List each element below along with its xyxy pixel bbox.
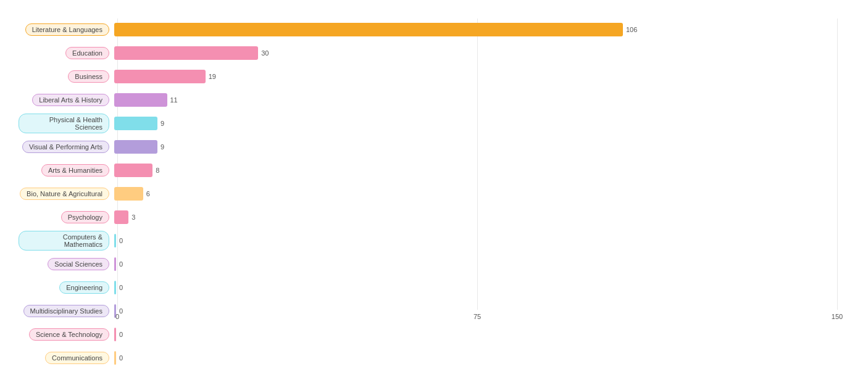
- bar-track: 0: [114, 257, 849, 271]
- bar-label: Computers & Mathematics: [19, 231, 114, 251]
- bar-value: 9: [161, 143, 164, 151]
- bar-label: Communications: [19, 352, 114, 364]
- bar-value: 0: [119, 331, 123, 338]
- bar-fill: 0: [114, 328, 116, 341]
- bar-label: Liberal Arts & History: [19, 94, 114, 106]
- bar-row: Science & Technology0: [19, 323, 849, 346]
- bar-track: 0: [114, 234, 849, 247]
- label-pill: Visual & Performing Arts: [22, 141, 109, 153]
- bar-value: 9: [161, 120, 164, 127]
- bar-label: Physical & Health Sciences: [19, 114, 114, 133]
- bar-value: 0: [119, 260, 123, 268]
- x-axis-label: 150: [832, 313, 843, 320]
- bar-track: 6: [114, 187, 849, 201]
- bar-track: 9: [114, 117, 849, 130]
- bar-label: Bio, Nature & Agricultural: [19, 188, 114, 200]
- bar-label: Multidisciplinary Studies: [19, 305, 114, 317]
- label-pill: Psychology: [61, 211, 109, 223]
- bar-fill: 9: [114, 140, 157, 154]
- bar-value: 0: [119, 237, 123, 244]
- bar-track: 19: [114, 70, 849, 83]
- label-pill: Social Sciences: [48, 258, 109, 270]
- bar-row: Arts & Humanities8: [19, 159, 849, 181]
- bar-fill: 0: [114, 351, 116, 365]
- bar-fill: 0: [114, 257, 116, 271]
- bar-label: Business: [19, 70, 114, 83]
- bar-fill: 19: [114, 70, 206, 83]
- label-pill: Science & Technology: [29, 328, 109, 341]
- bar-row: Literature & Languages106: [19, 19, 849, 41]
- bar-row: Physical & Health Sciences9: [19, 112, 849, 135]
- bar-label: Psychology: [19, 211, 114, 223]
- label-pill: Engineering: [59, 281, 109, 294]
- bar-row: Psychology3: [19, 206, 849, 228]
- label-pill: Liberal Arts & History: [32, 94, 109, 106]
- bar-label: Arts & Humanities: [19, 164, 114, 176]
- bar-label: Social Sciences: [19, 258, 114, 270]
- bar-value: 6: [146, 190, 150, 197]
- label-pill: Multidisciplinary Studies: [23, 305, 109, 317]
- bar-value: 106: [626, 26, 637, 33]
- bar-value: 11: [170, 96, 178, 104]
- bar-row: Engineering0: [19, 276, 849, 299]
- label-pill: Physical & Health Sciences: [19, 114, 109, 133]
- bar-value: 3: [131, 214, 135, 221]
- bar-track: 11: [114, 93, 849, 107]
- label-pill: Bio, Nature & Agricultural: [20, 188, 109, 200]
- bar-fill: 3: [114, 210, 128, 224]
- bar-track: 8: [114, 164, 849, 177]
- x-axis: 075150: [117, 313, 837, 325]
- bar-row: Computers & Mathematics0: [19, 230, 849, 252]
- bar-row: Visual & Performing Arts9: [19, 136, 849, 158]
- bar-fill: 106: [114, 23, 623, 36]
- bar-label: Visual & Performing Arts: [19, 141, 114, 153]
- label-pill: Literature & Languages: [25, 23, 109, 36]
- bar-label: Science & Technology: [19, 328, 114, 341]
- label-pill: Education: [65, 47, 109, 59]
- bar-value: 8: [156, 167, 159, 174]
- bar-fill: 30: [114, 46, 258, 60]
- bar-track: 3: [114, 210, 849, 224]
- bar-row: Business19: [19, 65, 849, 88]
- bar-track: 0: [114, 281, 849, 294]
- bar-label: Literature & Languages: [19, 23, 114, 36]
- bar-track: 30: [114, 46, 849, 60]
- bar-row: Communications0: [19, 347, 849, 369]
- label-pill: Computers & Mathematics: [19, 231, 109, 251]
- bar-track: 9: [114, 140, 849, 154]
- x-axis-label: 0: [115, 313, 119, 320]
- bar-fill: 11: [114, 93, 167, 107]
- chart-container: Literature & Languages106Education30Busi…: [0, 0, 868, 390]
- bar-label: Education: [19, 47, 114, 59]
- x-axis-label: 75: [474, 313, 481, 320]
- bar-value: 0: [119, 354, 123, 362]
- bar-row: Social Sciences0: [19, 253, 849, 275]
- bar-track: 0: [114, 351, 849, 365]
- bar-track: 0: [114, 328, 849, 341]
- bars-section: Literature & Languages106Education30Busi…: [19, 19, 849, 310]
- bar-fill: 9: [114, 117, 157, 130]
- bar-fill: 8: [114, 164, 152, 177]
- bar-label: Engineering: [19, 281, 114, 294]
- bar-row: Liberal Arts & History11: [19, 89, 849, 111]
- label-pill: Arts & Humanities: [41, 164, 109, 176]
- bar-row: Bio, Nature & Agricultural6: [19, 183, 849, 205]
- bar-value: 30: [261, 49, 269, 57]
- bar-fill: 0: [114, 234, 116, 247]
- bar-value: 19: [209, 73, 216, 80]
- label-pill: Communications: [45, 352, 109, 364]
- bar-track: 106: [114, 23, 849, 36]
- bar-fill: 0: [114, 281, 116, 294]
- label-pill: Business: [68, 70, 109, 83]
- bar-value: 0: [119, 284, 123, 291]
- bar-row: Education30: [19, 42, 849, 64]
- bar-fill: 6: [114, 187, 143, 201]
- chart-area: Literature & Languages106Education30Busi…: [19, 19, 849, 328]
